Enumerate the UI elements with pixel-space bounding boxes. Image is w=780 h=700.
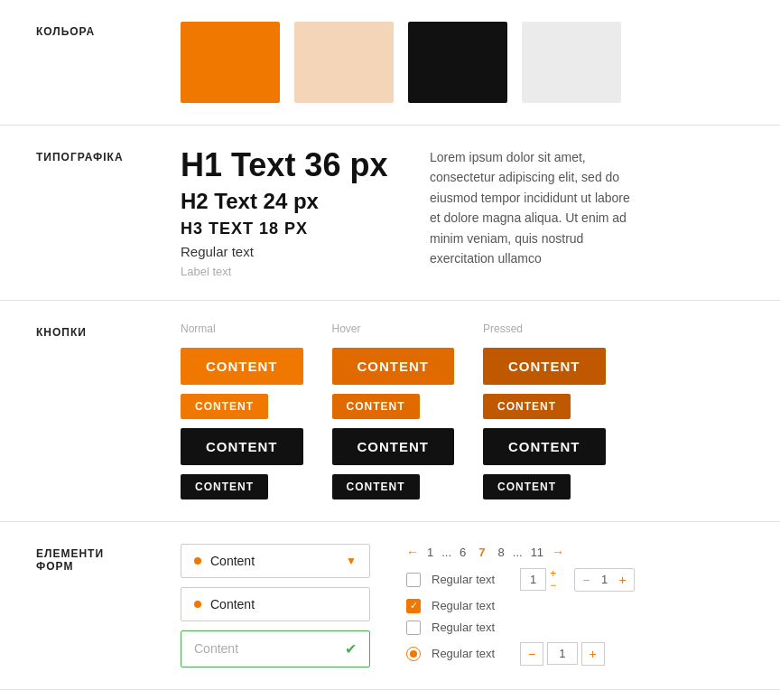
forms-right: ← 1 ... 6 7 8 ... 11 → Regular text 1 — [406, 544, 635, 666]
form-input[interactable]: Content — [181, 587, 370, 621]
buttons-normal: Normal CONTENT CONTENT CONTENT CONTENT — [181, 322, 303, 499]
checkbox-label-1: Regular text — [432, 573, 495, 586]
forms-inputs: Content ▼ Content Content ✔ — [181, 544, 370, 667]
swatch-black — [408, 22, 507, 103]
stepper-2-val: 1 — [598, 573, 612, 586]
typo-label: Label text — [181, 265, 415, 278]
buttons-normal-label: Normal — [181, 322, 216, 335]
page-6[interactable]: 6 — [455, 544, 470, 561]
stepper-3-minus[interactable]: − — [520, 642, 543, 666]
stepper-2-minus[interactable]: − — [582, 573, 590, 587]
swatch-gray — [522, 22, 621, 103]
stepper-3-val: 1 — [547, 642, 577, 665]
typo-h1: H1 Text 36 px — [181, 147, 415, 183]
input-dot — [194, 601, 201, 608]
typo-h3: H3 TEXT 18 PX — [181, 219, 415, 238]
pagination: ← 1 ... 6 7 8 ... 11 → — [406, 544, 635, 561]
colors-section: КОЛЬОРА — [0, 0, 780, 126]
stepper-1: 1 + − — [520, 568, 556, 592]
page-7[interactable]: 7 — [474, 544, 489, 561]
btn-pressed-dark-sm[interactable]: CONTENT — [483, 474, 571, 499]
stepper-3: − 1 + — [520, 642, 605, 666]
form-radio-row: Regular text − 1 + — [406, 642, 635, 666]
buttons-hover-label: Hover — [332, 322, 361, 335]
stepper-1-box: 1 — [520, 568, 546, 591]
checkbox-label-2: Regular text — [432, 599, 495, 612]
typography-content: H1 Text 36 px H2 Text 24 px H3 TEXT 18 P… — [181, 147, 744, 278]
buttons-pressed-label: Pressed — [483, 322, 523, 335]
input-placeholder: Content — [194, 641, 238, 656]
buttons-section: КНОПКИ Normal CONTENT CONTENT CONTENT CO… — [0, 301, 780, 522]
form-dropdown-inner: Content — [194, 554, 255, 568]
btn-normal-dark-lg[interactable]: CONTENT — [181, 428, 303, 465]
form-checkbox-row-2: ✓ Regular text — [406, 599, 635, 613]
stepper-1-btns: + − — [550, 568, 556, 592]
btn-hover-dark-lg[interactable]: CONTENT — [332, 428, 455, 465]
btn-normal-primary-lg[interactable]: CONTENT — [181, 348, 303, 385]
buttons-hover: Hover CONTENT CONTENT CONTENT CONTENT — [332, 322, 455, 499]
page-dots-2: ... — [513, 546, 523, 559]
stepper-1-up[interactable]: + — [550, 568, 556, 580]
dropdown-dot — [194, 557, 201, 565]
btn-normal-dark-sm[interactable]: CONTENT — [181, 474, 268, 499]
swatch-orange — [181, 22, 280, 103]
checkbox-3[interactable] — [406, 621, 421, 635]
checkbox-1[interactable] — [406, 573, 421, 587]
forms-content: Content ▼ Content Content ✔ ← 1 ... 6 — [181, 544, 744, 667]
btn-normal-primary-sm[interactable]: CONTENT — [181, 394, 268, 419]
typography-body: Lorem ipsum dolor sit amet, consectetur … — [430, 147, 637, 268]
btn-pressed-primary-lg[interactable]: CONTENT — [483, 348, 606, 385]
stepper-2-plus[interactable]: + — [619, 573, 627, 587]
colors-content — [181, 22, 744, 103]
checkbox-2[interactable]: ✓ — [406, 599, 421, 613]
typography-label: ТИПОГРАФІКА — [36, 147, 144, 163]
stepper-3-plus[interactable]: + — [581, 642, 605, 666]
swatch-peach — [294, 22, 394, 103]
buttons-pressed: Pressed CONTENT CONTENT CONTENT CONTENT — [483, 322, 606, 499]
btn-hover-primary-lg[interactable]: CONTENT — [332, 348, 455, 385]
btn-pressed-dark-lg[interactable]: CONTENT — [483, 428, 606, 465]
pagination-next[interactable]: → — [552, 545, 564, 559]
stepper-1-val: 1 — [530, 573, 536, 586]
checkbox-label-3: Regular text — [432, 621, 495, 634]
radio-1[interactable] — [406, 647, 421, 661]
typography-section: ТИПОГРАФІКА H1 Text 36 px H2 Text 24 px … — [0, 126, 780, 301]
dropdown-arrow-icon: ▼ — [346, 555, 357, 567]
form-input-success[interactable]: Content ✔ — [181, 630, 370, 667]
input-value: Content — [210, 597, 255, 611]
buttons-content: Normal CONTENT CONTENT CONTENT CONTENT H… — [181, 322, 606, 499]
typo-h2: H2 Text 24 px — [181, 189, 415, 214]
form-dropdown[interactable]: Content ▼ — [181, 544, 370, 578]
page-8[interactable]: 8 — [494, 544, 509, 561]
btn-hover-primary-sm[interactable]: CONTENT — [332, 394, 420, 419]
btn-hover-dark-sm[interactable]: CONTENT — [332, 474, 420, 499]
radio-inner — [410, 650, 417, 658]
forms-label: ЕЛЕМЕНТИ ФОРМ — [36, 544, 144, 573]
form-checkbox-row-1: Regular text 1 + − − 1 + — [406, 568, 635, 592]
stepper-2: − 1 + — [574, 568, 634, 592]
page-dots-1: ... — [441, 546, 451, 559]
forms-section: ЕЛЕМЕНТИ ФОРМ Content ▼ Content Content … — [0, 522, 780, 690]
typo-regular: Regular text — [181, 244, 415, 259]
btn-pressed-primary-sm[interactable]: CONTENT — [483, 394, 571, 419]
input-success-icon: ✔ — [345, 640, 357, 658]
page-11[interactable]: 11 — [526, 544, 548, 561]
pagination-prev[interactable]: ← — [406, 545, 419, 559]
buttons-label: КНОПКИ — [36, 322, 144, 339]
page-1[interactable]: 1 — [422, 544, 438, 561]
typography-left: H1 Text 36 px H2 Text 24 px H3 TEXT 18 P… — [181, 147, 415, 278]
colors-label: КОЛЬОРА — [36, 22, 144, 38]
form-checkbox-row-3: Regular text — [406, 621, 635, 635]
stepper-1-down[interactable]: − — [550, 580, 556, 592]
radio-label: Regular text — [432, 647, 495, 660]
dropdown-value: Content — [210, 554, 255, 568]
